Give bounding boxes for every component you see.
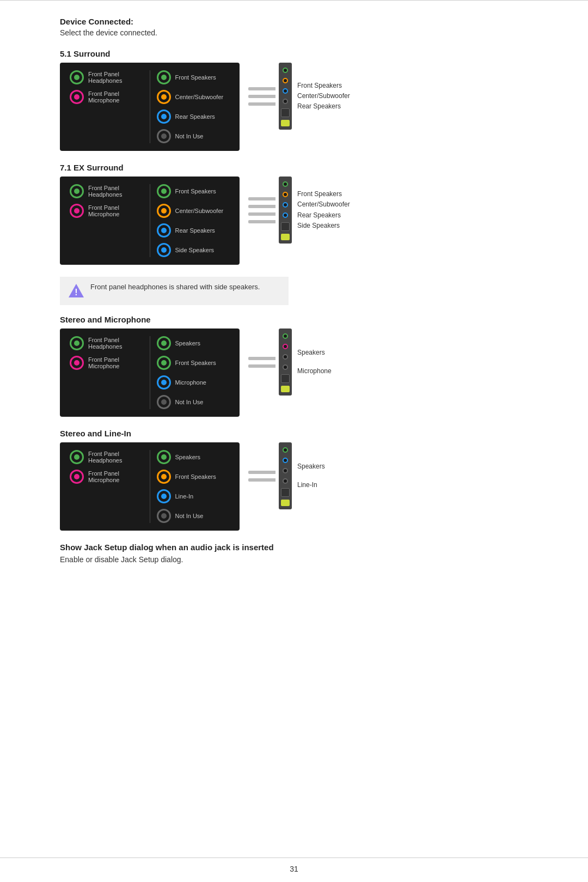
- panel-row: Front Panel Microphone: [70, 90, 143, 104]
- stereo-linein-bracket: Speakers Line-In: [248, 442, 325, 509]
- green-connector-icon: [157, 70, 171, 84]
- stereo-mic-right-col: Speakers Front Speakers Microphone: [157, 336, 230, 409]
- panel-row: Front Panel Headphones: [70, 336, 143, 350]
- top-rule: [0, 0, 588, 1]
- panel-row: Not In Use: [157, 129, 230, 143]
- panel-row: Microphone: [157, 375, 230, 390]
- bracket-port-blue-2: [283, 212, 288, 218]
- connector-label: Front Panel Microphone: [88, 470, 143, 483]
- pink-connector-icon: [70, 204, 84, 218]
- port-label: Microphone: [297, 366, 332, 376]
- gray-connector-icon: [157, 129, 171, 143]
- cable-body: [248, 212, 275, 216]
- surround-71-left-col: Front Panel Headphones Front Panel Micro…: [70, 184, 143, 257]
- bracket-bottom: [281, 500, 290, 506]
- device-connected-desc: Select the device connected.: [60, 28, 528, 37]
- bracket-port-blue: [283, 458, 288, 463]
- connector-label: Front Panel Headphones: [88, 71, 143, 84]
- device-connected-section: Device Connected: Select the device conn…: [60, 17, 528, 37]
- connector-label: Front Panel Headphones: [88, 185, 143, 198]
- panel-row: Front Speakers: [157, 184, 230, 198]
- pink-connector-icon: [70, 470, 84, 484]
- cable-lines: [248, 357, 275, 368]
- jack-setup-desc: Enable or disable Jack Setup dialog.: [60, 555, 528, 564]
- green-connector-icon: [70, 450, 84, 464]
- bracket-slot: [281, 488, 290, 497]
- stereo-linein-title: Stereo and Line-In: [60, 429, 528, 438]
- cable-body: [248, 95, 275, 98]
- bracket-port-gray-2: [283, 364, 288, 370]
- bracket-port-orange: [283, 78, 288, 83]
- green-connector-icon: [70, 184, 84, 198]
- cable-line: [248, 205, 275, 208]
- surround-51-panel: Front Panel Headphones Front Panel Micro…: [60, 63, 240, 151]
- connector-label: Line-In: [175, 493, 194, 500]
- bracket-port-green: [283, 447, 288, 453]
- connector-label: Speakers: [175, 340, 200, 346]
- bracket-card: [279, 177, 292, 244]
- surround-51-title: 5.1 Surround: [60, 49, 528, 58]
- bracket-slot: [281, 222, 290, 231]
- connector-label: Microphone: [175, 379, 206, 386]
- connector-label: Center/Subwoofer: [175, 94, 224, 100]
- bracket-bottom: [281, 386, 290, 392]
- svg-text:!: !: [75, 288, 77, 297]
- pink-connector-icon: [70, 90, 84, 104]
- bracket-port-gray-2: [283, 478, 288, 484]
- gray-connector-icon: [157, 395, 171, 409]
- port-labels: Speakers Microphone: [297, 348, 332, 376]
- blue-connector-icon: [157, 375, 171, 390]
- cable-line: [248, 95, 275, 98]
- connector-label: Front Panel Microphone: [88, 90, 143, 104]
- panel-row: Front Panel Microphone: [70, 470, 143, 484]
- warning-icon: !: [68, 282, 85, 300]
- port-labels: Front Speakers Center/Subwoofer Rear Spe…: [297, 189, 350, 231]
- warning-box: ! Front panel headphones is shared with …: [60, 277, 289, 305]
- surround-51-right-col: Front Speakers Center/Subwoofer Rear Spe…: [157, 70, 230, 143]
- port-label: Speakers: [297, 461, 325, 472]
- bracket-port-gray: [283, 354, 288, 360]
- bracket-port-blue: [283, 202, 288, 208]
- green-connector-icon: [157, 184, 171, 198]
- bracket-port-orange: [283, 192, 288, 197]
- connector-label: Front Panel Microphone: [88, 356, 143, 369]
- stereo-mic-bracket: Speakers Microphone: [248, 329, 332, 396]
- cable-line: [248, 87, 275, 90]
- panel-row: Front Panel Headphones: [70, 184, 143, 198]
- cable-body: [248, 478, 275, 482]
- device-connected-title: Device Connected:: [60, 17, 528, 26]
- cable-line: [248, 478, 275, 482]
- panel-row: Center/Subwoofer: [157, 90, 230, 104]
- surround-71-bracket: Front Speakers Center/Subwoofer Rear Spe…: [248, 177, 350, 244]
- gray-connector-icon: [157, 509, 171, 523]
- cable-lines: [248, 87, 275, 106]
- bracket-port-gray: [283, 468, 288, 473]
- cable-body: [248, 471, 275, 474]
- page-container: Device Connected: Select the device conn…: [0, 0, 588, 882]
- connector-label: Front Panel Headphones: [88, 337, 143, 350]
- connector-label: Rear Speakers: [175, 113, 215, 120]
- bracket-card: [279, 63, 292, 130]
- cable-body: [248, 197, 275, 200]
- green-connector-icon: [70, 70, 84, 84]
- panel-divider: [150, 450, 150, 523]
- panel-row: Speakers: [157, 336, 230, 350]
- port-label: Center/Subwoofer: [297, 199, 350, 210]
- panel-row: Front Speakers: [157, 470, 230, 484]
- connector-label: Not In Use: [175, 399, 204, 405]
- blue-connector-icon-2: [157, 243, 171, 257]
- stereo-mic-panel: Front Panel Headphones Front Panel Micro…: [60, 329, 240, 417]
- cable-body: [248, 87, 275, 90]
- stereo-mic-left-col: Front Panel Headphones Front Panel Micro…: [70, 336, 143, 409]
- panel-row: Front Panel Headphones: [70, 70, 143, 84]
- connector-label: Front Panel Headphones: [88, 451, 143, 464]
- bracket-port-blue: [283, 88, 288, 94]
- bracket-card: [279, 329, 292, 396]
- port-label: Line-In: [297, 480, 325, 490]
- stereo-mic-title: Stereo and Microphone: [60, 315, 528, 324]
- panel-row: Front Panel Microphone: [70, 356, 143, 370]
- port-label: Front Speakers: [297, 189, 350, 199]
- cable-lines: [248, 471, 275, 482]
- stereo-linein-left-col: Front Panel Headphones Front Panel Micro…: [70, 450, 143, 523]
- port-label: Speakers: [297, 348, 332, 358]
